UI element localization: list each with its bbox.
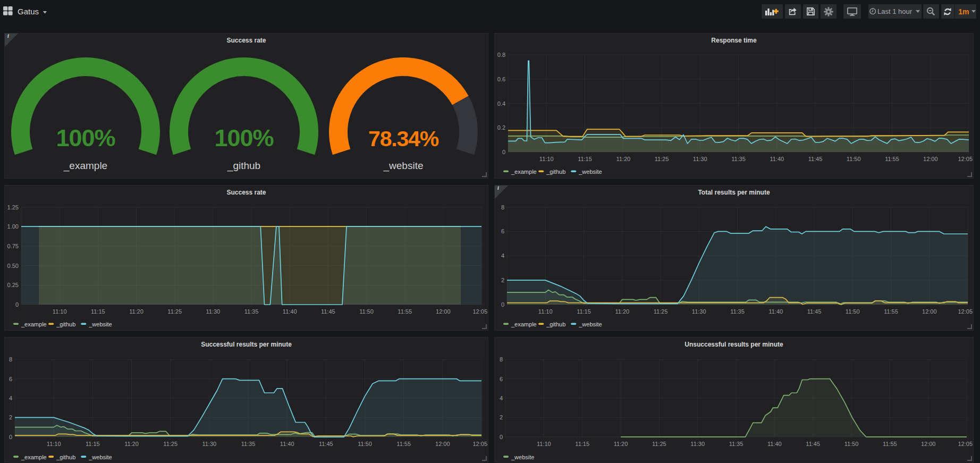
svg-text:0.75: 0.75	[7, 243, 19, 249]
svg-text:11:55: 11:55	[885, 156, 899, 162]
svg-text:11:45: 11:45	[319, 441, 333, 447]
svg-text:11:25: 11:25	[652, 441, 666, 447]
svg-text:11:30: 11:30	[202, 441, 216, 447]
svg-text:12:05: 12:05	[958, 441, 973, 447]
svg-text:8: 8	[500, 356, 503, 363]
svg-text:11:15: 11:15	[575, 441, 589, 447]
svg-text:_example: _example	[511, 321, 537, 327]
svg-text:100%: 100%	[214, 124, 273, 151]
svg-text:11:20: 11:20	[614, 441, 628, 447]
svg-text:100%: 100%	[56, 124, 115, 151]
svg-text:0: 0	[9, 434, 12, 440]
svg-text:0.4: 0.4	[497, 100, 505, 107]
svg-text:6: 6	[500, 376, 503, 382]
svg-text:11:30: 11:30	[206, 308, 220, 315]
svg-text:11:30: 11:30	[690, 441, 705, 447]
svg-text:11:25: 11:25	[655, 156, 669, 162]
svg-text:11:25: 11:25	[654, 308, 668, 315]
svg-text:6: 6	[501, 228, 504, 234]
svg-text:78.34%: 78.34%	[368, 127, 439, 151]
svg-text:0.6: 0.6	[497, 76, 505, 82]
svg-text:12:05: 12:05	[958, 156, 973, 162]
svg-text:11:35: 11:35	[241, 441, 256, 447]
svg-text:4: 4	[501, 252, 504, 259]
svg-text:11:10: 11:10	[53, 308, 67, 315]
svg-text:12:00: 12:00	[921, 441, 936, 447]
svg-text:4: 4	[9, 395, 12, 401]
svg-text:0: 0	[501, 301, 504, 308]
svg-text:11:15: 11:15	[86, 441, 100, 447]
svg-text:11:35: 11:35	[731, 156, 746, 162]
svg-text:11:30: 11:30	[693, 156, 707, 162]
svg-text:11:50: 11:50	[846, 308, 860, 315]
svg-text:0.25: 0.25	[7, 282, 19, 288]
svg-text:_example: _example	[21, 321, 47, 327]
svg-text:11:10: 11:10	[537, 441, 551, 447]
svg-text:11:40: 11:40	[770, 156, 784, 162]
svg-text:11:35: 11:35	[729, 441, 744, 447]
svg-text:0: 0	[500, 434, 503, 440]
svg-text:_example: _example	[63, 160, 107, 172]
svg-text:12:00: 12:00	[436, 308, 451, 315]
svg-text:_example: _example	[21, 454, 47, 460]
svg-text:11:55: 11:55	[883, 441, 897, 447]
svg-text:_github: _github	[546, 169, 565, 175]
svg-text:_website: _website	[88, 321, 112, 327]
svg-text:11:45: 11:45	[321, 308, 335, 315]
svg-text:11:40: 11:40	[283, 308, 297, 315]
svg-text:11:40: 11:40	[280, 441, 294, 447]
svg-text:8: 8	[501, 204, 504, 211]
svg-text:11:20: 11:20	[616, 156, 630, 162]
svg-text:1.25: 1.25	[7, 204, 19, 211]
svg-text:11:50: 11:50	[844, 441, 859, 447]
svg-text:11:45: 11:45	[808, 156, 823, 162]
svg-text:11:25: 11:25	[167, 308, 182, 315]
svg-text:_github: _github	[56, 454, 75, 460]
svg-text:1.00: 1.00	[7, 223, 19, 230]
svg-text:0.50: 0.50	[7, 263, 19, 269]
svg-text:11:25: 11:25	[163, 441, 178, 447]
svg-text:0.2: 0.2	[497, 124, 505, 131]
svg-text:11:10: 11:10	[538, 308, 553, 315]
svg-text:11:45: 11:45	[806, 441, 820, 447]
svg-text:11:15: 11:15	[91, 308, 105, 315]
svg-text:12:05: 12:05	[472, 441, 487, 447]
svg-text:11:55: 11:55	[884, 308, 898, 315]
svg-text:_website: _website	[511, 454, 534, 460]
svg-text:11:50: 11:50	[847, 156, 861, 162]
svg-text:11:15: 11:15	[578, 156, 592, 162]
svg-text:11:20: 11:20	[615, 308, 629, 315]
svg-text:12:00: 12:00	[922, 308, 937, 315]
svg-text:2: 2	[9, 414, 12, 420]
svg-text:11:20: 11:20	[129, 308, 143, 315]
svg-text:11:50: 11:50	[359, 308, 374, 315]
svg-text:11:55: 11:55	[398, 308, 412, 315]
svg-text:11:10: 11:10	[47, 441, 61, 447]
svg-text:_website: _website	[578, 169, 602, 175]
svg-text:2: 2	[500, 414, 503, 420]
svg-text:_github: _github	[56, 321, 75, 327]
svg-text:11:50: 11:50	[358, 441, 372, 447]
svg-text:6: 6	[9, 376, 12, 382]
svg-text:0.8: 0.8	[497, 52, 505, 58]
svg-text:11:55: 11:55	[396, 441, 411, 447]
svg-text:12:05: 12:05	[472, 308, 487, 315]
svg-text:_github: _github	[227, 160, 260, 172]
svg-text:_website: _website	[88, 454, 112, 460]
svg-text:11:30: 11:30	[692, 308, 706, 315]
svg-text:12:00: 12:00	[435, 441, 450, 447]
svg-text:11:10: 11:10	[539, 156, 554, 162]
svg-text:11:45: 11:45	[807, 308, 822, 315]
svg-text:4: 4	[500, 395, 503, 401]
svg-text:_example: _example	[511, 169, 537, 175]
svg-text:11:15: 11:15	[577, 308, 591, 315]
svg-text:11:35: 11:35	[730, 308, 745, 315]
svg-text:0: 0	[502, 149, 505, 155]
svg-text:11:35: 11:35	[244, 308, 259, 315]
svg-text:_website: _website	[383, 160, 424, 172]
svg-text:11:40: 11:40	[768, 308, 783, 315]
svg-text:11:20: 11:20	[124, 441, 139, 447]
svg-text:12:05: 12:05	[958, 308, 973, 315]
svg-text:2: 2	[501, 277, 504, 283]
svg-text:8: 8	[9, 356, 12, 363]
